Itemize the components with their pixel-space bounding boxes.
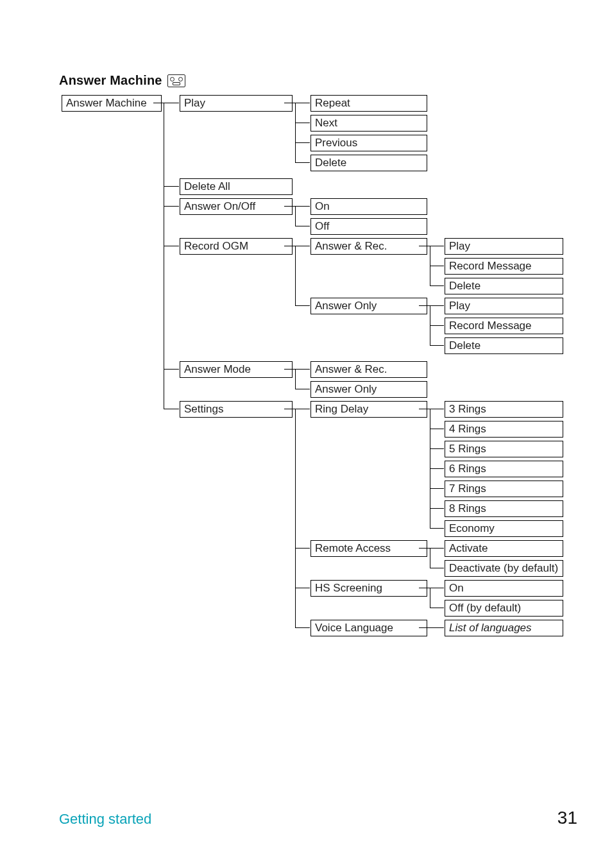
connector bbox=[295, 206, 310, 207]
menu-answer-off: Off bbox=[310, 218, 427, 235]
menu-amode-answer-only: Answer Only bbox=[310, 381, 427, 398]
rings-3: 3 Rings bbox=[445, 401, 563, 418]
connector bbox=[430, 548, 430, 568]
connector bbox=[419, 246, 430, 246]
connector bbox=[284, 369, 295, 370]
connector bbox=[164, 206, 179, 207]
rings-4: 4 Rings bbox=[445, 421, 563, 438]
remote-deactivate: Deactivate (by default) bbox=[445, 560, 563, 577]
connector bbox=[430, 468, 444, 469]
connector bbox=[284, 409, 295, 409]
connector bbox=[430, 246, 444, 246]
connector bbox=[430, 608, 444, 608]
connector bbox=[430, 305, 444, 306]
menu-rec-arec-play: Play bbox=[445, 238, 563, 255]
connector bbox=[164, 369, 179, 370]
hs-on: On bbox=[445, 580, 563, 597]
connector bbox=[430, 448, 444, 449]
footer-section: Getting started bbox=[59, 811, 151, 828]
menu-play-previous: Previous bbox=[310, 135, 427, 151]
rings-8: 8 Rings bbox=[445, 500, 563, 517]
menu-record-ogm: Record OGM bbox=[180, 238, 293, 255]
connector bbox=[164, 246, 179, 246]
menu-play: Play bbox=[180, 95, 293, 112]
rings-6: 6 Rings bbox=[445, 461, 563, 477]
remote-activate: Activate bbox=[445, 540, 563, 557]
connector bbox=[164, 186, 179, 187]
page-footer: Getting started 31 bbox=[59, 808, 577, 828]
menu-record-answer-only: Answer Only bbox=[310, 298, 427, 314]
hs-off: Off (by default) bbox=[445, 600, 563, 617]
rings-7: 7 Rings bbox=[445, 481, 563, 497]
connector bbox=[430, 588, 444, 588]
connector bbox=[295, 369, 310, 370]
menu-answer-mode: Answer Mode bbox=[180, 361, 293, 378]
menu-play-repeat: Repeat bbox=[310, 95, 427, 112]
connector bbox=[164, 103, 179, 103]
menu-ring-delay: Ring Delay bbox=[310, 401, 427, 418]
connector bbox=[284, 206, 295, 207]
connector bbox=[295, 103, 310, 103]
menu-amode-answer-rec: Answer & Rec. bbox=[310, 361, 427, 378]
title-text: Answer Machine bbox=[59, 73, 162, 88]
connector bbox=[295, 627, 310, 628]
connector bbox=[295, 162, 310, 163]
connector bbox=[430, 345, 444, 346]
menu-remote-access: Remote Access bbox=[310, 540, 427, 557]
menu-play-next: Next bbox=[310, 115, 427, 132]
connector bbox=[430, 488, 444, 489]
page: Answer Machine Answer Machine Play Repea… bbox=[0, 0, 612, 868]
connector bbox=[164, 409, 179, 409]
connector bbox=[295, 389, 310, 389]
connector bbox=[430, 568, 444, 568]
connector bbox=[430, 548, 444, 549]
menu-rec-aonly-play: Play bbox=[445, 298, 563, 314]
connector bbox=[295, 103, 296, 162]
menu-rec-aonly-delete: Delete bbox=[445, 337, 563, 354]
connector bbox=[419, 305, 430, 306]
connector bbox=[295, 608, 296, 627]
menu-play-delete: Delete bbox=[310, 155, 427, 171]
connector bbox=[295, 548, 310, 549]
footer-page-number: 31 bbox=[557, 808, 577, 828]
menu-rec-arec-recordmsg: Record Message bbox=[445, 258, 563, 275]
menu-hs-screening: HS Screening bbox=[310, 580, 427, 597]
connector bbox=[153, 103, 164, 103]
connector bbox=[430, 508, 444, 509]
menu-delete-all: Delete All bbox=[180, 178, 293, 195]
connector bbox=[295, 588, 310, 588]
connector bbox=[295, 123, 310, 123]
rings-5: 5 Rings bbox=[445, 441, 563, 457]
connector bbox=[284, 103, 295, 103]
voice-language-list: List of languages bbox=[445, 620, 563, 636]
connector bbox=[419, 548, 430, 549]
connector bbox=[295, 142, 310, 143]
connector bbox=[295, 206, 296, 226]
connector bbox=[430, 429, 444, 429]
connector bbox=[430, 528, 444, 529]
menu-settings: Settings bbox=[180, 401, 293, 418]
connector bbox=[295, 305, 310, 306]
menu-root: Answer Machine bbox=[62, 95, 162, 112]
connector bbox=[419, 409, 430, 409]
connector bbox=[430, 409, 444, 409]
menu-rec-aonly-recordmsg: Record Message bbox=[445, 318, 563, 334]
connector bbox=[430, 285, 444, 286]
connector bbox=[430, 588, 430, 608]
connector bbox=[295, 369, 296, 389]
connector bbox=[295, 409, 296, 608]
connector bbox=[284, 246, 295, 246]
rings-economy: Economy bbox=[445, 520, 563, 537]
connector bbox=[295, 246, 310, 246]
section-title: Answer Machine bbox=[59, 73, 185, 88]
menu-answer-onoff: Answer On/Off bbox=[180, 198, 293, 215]
connector bbox=[430, 266, 444, 266]
menu-rec-arec-delete: Delete bbox=[445, 278, 563, 294]
connector bbox=[164, 103, 164, 362]
menu-record-answer-rec: Answer & Rec. bbox=[310, 238, 427, 255]
connector bbox=[419, 588, 430, 588]
answering-machine-icon bbox=[167, 74, 185, 87]
connector bbox=[295, 409, 310, 409]
connector bbox=[295, 246, 296, 305]
menu-voice-language: Voice Language bbox=[310, 620, 427, 636]
